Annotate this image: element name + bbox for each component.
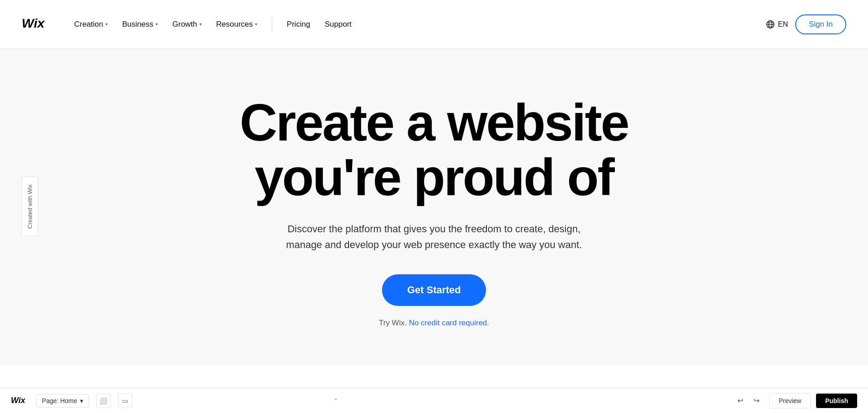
bottom-right-controls: ↩ ↪ Preview Publish — [733, 393, 857, 408]
nav-support-label: Support — [325, 20, 352, 29]
creation-chevron-icon: ▾ — [105, 22, 108, 27]
business-chevron-icon: ▾ — [156, 22, 158, 27]
svg-text:Wix: Wix — [22, 17, 45, 30]
wix-logo[interactable]: Wix — [22, 17, 49, 32]
mobile-icon: ▭ — [122, 397, 128, 404]
center-arrow-icon: ⌃ — [334, 398, 338, 404]
language-selector[interactable]: EN — [765, 19, 788, 29]
nav-pricing-label: Pricing — [287, 20, 310, 29]
resources-chevron-icon: ▾ — [255, 22, 257, 27]
bottom-center-controls: ⌃ — [334, 398, 338, 404]
hero-title: Create a website you're proud of — [240, 95, 628, 205]
nav-growth-label: Growth — [172, 20, 197, 29]
redo-button[interactable]: ↪ — [750, 394, 764, 408]
page-selector[interactable]: Page: Home ▾ — [36, 394, 89, 408]
growth-chevron-icon: ▾ — [199, 22, 202, 27]
created-with-wix-label: Created with Wix — [22, 177, 38, 236]
sign-in-button[interactable]: Sign In — [795, 14, 846, 34]
undo-button[interactable]: ↩ — [733, 394, 748, 408]
page-selector-chevron-icon: ▾ — [80, 397, 83, 404]
nav-item-creation[interactable]: Creation ▾ — [67, 16, 115, 33]
bottom-bar: Wix Page: Home ▾ ⬜ ▭ ⌃ ↩ ↪ Preview Publi… — [0, 388, 868, 413]
preview-button[interactable]: Preview — [769, 393, 811, 408]
undo-redo-controls: ↩ ↪ — [733, 394, 764, 408]
hero-section: Create a website you're proud of Discove… — [0, 49, 868, 365]
desktop-view-button[interactable]: ⬜ — [96, 394, 111, 408]
navbar: Wix Creation ▾ Business ▾ Growth ▾ Resou… — [0, 0, 868, 49]
nav-business-label: Business — [122, 20, 153, 29]
nav-item-pricing[interactable]: Pricing — [279, 16, 317, 33]
get-started-button[interactable]: Get Started — [382, 274, 486, 306]
nav-links-left: Creation ▾ Business ▾ Growth ▾ Resources… — [67, 16, 765, 33]
nav-item-growth[interactable]: Growth ▾ — [165, 16, 209, 33]
nav-item-business[interactable]: Business ▾ — [115, 16, 165, 33]
publish-button[interactable]: Publish — [816, 394, 857, 408]
mobile-view-button[interactable]: ▭ — [118, 394, 132, 408]
try-wix-text: Try Wix. No credit card required. — [379, 319, 489, 328]
nav-item-resources[interactable]: Resources ▾ — [209, 16, 264, 33]
nav-right: EN Sign In — [765, 14, 846, 34]
nav-resources-label: Resources — [216, 20, 253, 29]
bottom-wix-logo: Wix — [11, 396, 25, 405]
hero-subtitle: Discover the platform that gives you the… — [286, 221, 582, 253]
nav-creation-label: Creation — [74, 20, 103, 29]
desktop-icon: ⬜ — [99, 397, 107, 404]
nav-divider — [272, 17, 272, 32]
globe-icon — [765, 19, 775, 29]
nav-item-support[interactable]: Support — [317, 16, 359, 33]
lang-label: EN — [778, 20, 788, 28]
